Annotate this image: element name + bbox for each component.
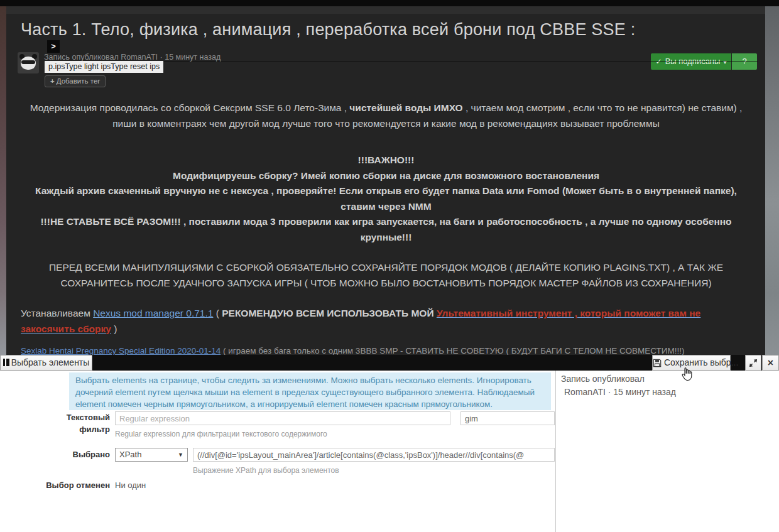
mouse-cursor bbox=[680, 366, 695, 383]
save-icon bbox=[653, 359, 662, 367]
select-elements-button[interactable]: Выбрать элементы bbox=[0, 355, 92, 371]
expand-arrows-icon bbox=[749, 359, 758, 367]
avatar-panda-glasses bbox=[21, 60, 35, 64]
regex-filter-input[interactable] bbox=[115, 411, 450, 425]
clipped-mod-line: Sexlab Hentai Pregnancy Special Edition … bbox=[21, 346, 762, 355]
add-tag-label: Добавить тег bbox=[57, 77, 101, 85]
element-selector-tooltip: p.ipsType light ipsType reset ips bbox=[45, 61, 163, 73]
selector-type-value: XPath bbox=[119, 450, 141, 459]
selector-type-dropdown[interactable]: ▼ XPath bbox=[115, 448, 188, 462]
selected-element-preview-line1: Запись опубликовал bbox=[561, 374, 645, 384]
sexlab-mod-link[interactable]: Sexlab Hentai Pregnancy Special Edition … bbox=[21, 346, 221, 355]
post-body: Модернизация проводилась со сборкой Секс… bbox=[21, 100, 751, 337]
nexus-mod-manager-link[interactable]: Nexus mod manager 0.71.1 bbox=[93, 308, 213, 318]
text-filter-label: фильтр bbox=[0, 425, 110, 434]
warning-line: Каждый архив скаченный вручную не с некс… bbox=[21, 183, 751, 214]
paragraph: Модернизация проводилась со сборкой Секс… bbox=[21, 100, 751, 131]
text-filter-label: Текстовый bbox=[0, 413, 110, 422]
selection-expand-tab[interactable]: > bbox=[47, 40, 60, 53]
deselected-label: Выбор отменен bbox=[0, 480, 110, 490]
instructions-box: Выбрать elements на странице, чтобы след… bbox=[69, 372, 551, 410]
site-header-strip bbox=[6, 6, 765, 14]
deselected-value: Ни один bbox=[115, 480, 146, 490]
close-panel-button[interactable]: × bbox=[762, 355, 779, 371]
forum-article-area: Часть 1. Тело, физика , анимация , перер… bbox=[6, 6, 765, 355]
chevron-right-icon: > bbox=[51, 41, 56, 51]
plus-icon: + bbox=[50, 77, 55, 85]
selected-element-preview-line2: RomanATI · 15 минут назад bbox=[564, 387, 676, 397]
dropdown-arrow-icon: ▼ bbox=[178, 448, 183, 461]
caps-paragraph: ПЕРЕД ВСЕМИ МАНИПУЛЯЦИЯМИ С СБОРКОЙ ОБЯЗ… bbox=[21, 260, 751, 291]
xpath-expression-input[interactable] bbox=[193, 448, 555, 462]
xpath-help-text: Выражение XPath для выбора элементов bbox=[193, 466, 339, 475]
browser-top-strip bbox=[0, 0, 779, 6]
close-icon: × bbox=[768, 357, 773, 368]
warning-line: !!!НЕ СТАВЬТЕ ВСЁ РАЗОМ!!! , поставили м… bbox=[21, 214, 751, 245]
screen: Часть 1. Тело, физика , анимация , перер… bbox=[0, 0, 779, 532]
page-title: Часть 1. Тело, физика , анимация , перер… bbox=[21, 20, 749, 40]
regex-flags-input[interactable] bbox=[460, 411, 555, 425]
warning-line: !!!ВАЖНО!!! bbox=[21, 153, 751, 168]
select-elements-icon bbox=[3, 359, 6, 366]
install-paragraph: Устанавливаем Nexus mod manager 0.71.1 (… bbox=[21, 306, 751, 337]
regex-help-text: Regular expression для фильтрации тексто… bbox=[115, 430, 327, 438]
warning-line: Модифицируешь сборку? Имей копию сборки … bbox=[21, 168, 751, 184]
expand-panel-button[interactable] bbox=[745, 355, 761, 371]
add-tag-button[interactable]: +Добавить тег bbox=[45, 75, 106, 87]
selected-label: Выбрано bbox=[0, 450, 110, 459]
element-monitor-panel: Выбрать элементы Сохранить выбр... × Выб… bbox=[0, 355, 779, 532]
post-meta: Запись опубликовал RomanATI · 15 минут н… bbox=[44, 53, 221, 62]
panel-vertical-divider bbox=[555, 371, 556, 532]
avatar[interactable] bbox=[18, 52, 39, 73]
